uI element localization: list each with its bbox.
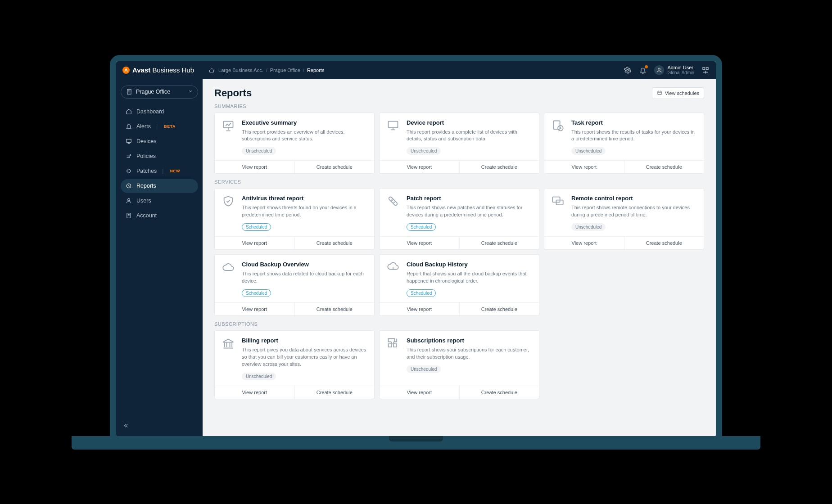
- screens-icon: [552, 195, 565, 208]
- card-desc: This report provides an overview of all …: [242, 129, 367, 143]
- beta-tag: BETA: [164, 124, 176, 129]
- card-remote-control-report: Remote control report This report shows …: [544, 188, 704, 250]
- bank-icon: [222, 337, 235, 351]
- create-schedule-button[interactable]: Create schedule: [295, 303, 375, 315]
- card-cloud-backup-history: Cloud Backup History Report that shows y…: [379, 254, 539, 316]
- nav-policies[interactable]: Policies: [121, 149, 198, 163]
- status-badge: Unscheduled: [571, 147, 606, 155]
- svg-point-10: [127, 198, 130, 201]
- card-patch-report: Patch report This report shows new patch…: [379, 188, 539, 250]
- create-schedule-button[interactable]: Create schedule: [460, 386, 539, 399]
- svg-rect-3: [706, 68, 709, 70]
- status-badge: Scheduled: [242, 223, 271, 231]
- crumb-mid[interactable]: Prague Office: [270, 68, 300, 73]
- brand: Avast Business Hub: [122, 66, 194, 74]
- apps-icon[interactable]: [701, 66, 710, 74]
- card-executive-summary: Executive summary This report provides a…: [214, 112, 375, 174]
- nav-account[interactable]: Account: [121, 209, 198, 223]
- calendar-icon: [657, 90, 662, 96]
- status-badge: Scheduled: [407, 289, 436, 297]
- main-content: Reports View schedules SUMMARIES: [203, 79, 716, 436]
- brand-logo-icon: [122, 67, 130, 74]
- building-icon: [126, 89, 132, 95]
- view-report-button[interactable]: View report: [380, 237, 460, 249]
- card-desc: This report shows your subscriptions for…: [407, 346, 532, 361]
- status-badge: Scheduled: [242, 289, 271, 297]
- nav-devices[interactable]: Devices: [121, 135, 198, 148]
- view-report-button[interactable]: View report: [544, 161, 624, 173]
- status-badge: Unscheduled: [242, 147, 276, 155]
- card-title: Task report: [571, 119, 696, 126]
- card-title: Cloud Backup History: [407, 261, 532, 268]
- bell-icon: [125, 123, 132, 130]
- user-name: Admin User: [668, 65, 694, 70]
- card-title: Billing report: [242, 337, 367, 344]
- svg-rect-8: [127, 169, 131, 173]
- new-tag: NEW: [170, 169, 180, 173]
- section-summaries: SUMMARIES: [214, 104, 704, 109]
- create-schedule-button[interactable]: Create schedule: [624, 237, 704, 249]
- card-desc: This report shows data related to cloud …: [242, 270, 367, 285]
- collapse-sidebar-button[interactable]: [122, 423, 129, 430]
- bandage-icon: [387, 195, 400, 208]
- settings-icon[interactable]: [624, 66, 632, 74]
- card-title: Patch report: [407, 195, 532, 202]
- view-report-button[interactable]: View report: [380, 386, 460, 399]
- create-schedule-button[interactable]: Create schedule: [460, 237, 539, 249]
- nav-dashboard[interactable]: Dashboard: [121, 105, 198, 119]
- view-report-button[interactable]: View report: [380, 303, 460, 315]
- svg-rect-17: [388, 197, 398, 206]
- svg-point-19: [394, 202, 394, 202]
- svg-point-6: [130, 155, 131, 156]
- svg-point-18: [392, 200, 392, 200]
- file-icon: [125, 212, 132, 219]
- svg-point-0: [627, 69, 629, 71]
- card-device-report: Device report This report provides a com…: [379, 112, 539, 174]
- card-title: Device report: [407, 119, 532, 126]
- svg-rect-2: [703, 68, 705, 70]
- home-icon[interactable]: [208, 66, 216, 74]
- brand-bold: Avast: [132, 66, 150, 74]
- nav-users[interactable]: Users: [121, 194, 198, 208]
- user-icon: [125, 198, 132, 204]
- view-report-button[interactable]: View report: [215, 303, 295, 315]
- crumb-current: Reports: [307, 68, 325, 73]
- create-schedule-button[interactable]: Create schedule: [460, 303, 539, 315]
- svg-rect-4: [127, 90, 131, 94]
- cloud-icon: [222, 261, 235, 274]
- nav-reports[interactable]: Reports: [121, 179, 198, 193]
- create-schedule-button[interactable]: Create schedule: [295, 161, 375, 173]
- nav-alerts[interactable]: Alerts | BETA: [121, 120, 198, 134]
- view-report-button[interactable]: View report: [380, 161, 460, 173]
- card-desc: This report shows new patches and their …: [407, 204, 532, 219]
- card-desc: This report shows threats found on your …: [242, 204, 367, 219]
- home-icon: [125, 108, 132, 115]
- view-report-button[interactable]: View report: [215, 386, 295, 399]
- brand-rest: Business Hub: [152, 66, 194, 74]
- card-cloud-backup-overview: Cloud Backup Overview This report shows …: [214, 254, 375, 316]
- svg-rect-14: [389, 121, 398, 127]
- create-schedule-button[interactable]: Create schedule: [460, 161, 539, 173]
- user-role: Global Admin: [668, 70, 694, 75]
- user-menu[interactable]: Admin User Global Admin: [654, 65, 694, 75]
- shield-check-icon: [222, 195, 235, 208]
- page-title: Reports: [214, 87, 252, 99]
- breadcrumb: Large Business Acc. / Prague Office / Re…: [208, 66, 324, 74]
- task-clock-icon: [552, 119, 565, 133]
- create-schedule-button[interactable]: Create schedule: [624, 161, 704, 173]
- sidebar: Prague Office Dashboard Alerts | BETA: [116, 79, 203, 436]
- card-title: Executive summary: [242, 119, 367, 126]
- view-report-button[interactable]: View report: [215, 161, 295, 173]
- svg-rect-15: [554, 121, 560, 129]
- nav-patches[interactable]: Patches | NEW: [121, 164, 198, 178]
- monitor-icon: [125, 138, 132, 145]
- view-report-button[interactable]: View report: [215, 237, 295, 249]
- topbar: Avast Business Hub Large Business Acc. /…: [116, 61, 716, 79]
- create-schedule-button[interactable]: Create schedule: [295, 386, 375, 399]
- create-schedule-button[interactable]: Create schedule: [295, 237, 375, 249]
- notifications-icon[interactable]: [639, 66, 647, 74]
- view-report-button[interactable]: View report: [544, 237, 624, 249]
- office-selector[interactable]: Prague Office: [121, 86, 198, 99]
- crumb-home[interactable]: Large Business Acc.: [218, 68, 263, 73]
- view-schedules-button[interactable]: View schedules: [652, 87, 704, 99]
